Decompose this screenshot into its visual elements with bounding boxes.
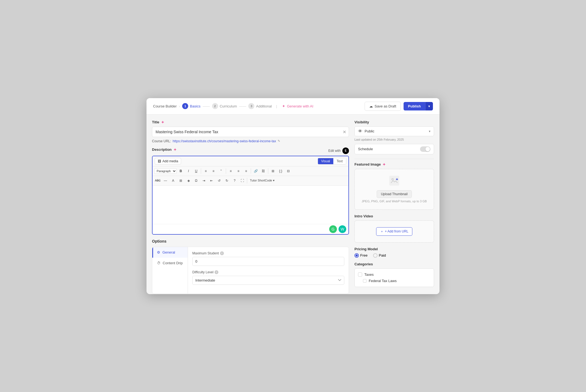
categories-label: Categories bbox=[354, 262, 434, 266]
quote-button[interactable]: " bbox=[218, 167, 225, 175]
pricing-free-option[interactable]: Free bbox=[354, 253, 368, 258]
add-media-button[interactable]: 🖼 Add media bbox=[155, 158, 181, 164]
paragraph-select[interactable]: ParagraphHeading 1Heading 2Heading 3 bbox=[154, 168, 177, 174]
hr-button[interactable]: — bbox=[162, 177, 169, 184]
align-left-button[interactable]: ≡ bbox=[227, 167, 234, 175]
publish-group: Publish ▾ bbox=[404, 102, 433, 110]
visibility-select[interactable]: 👁 Public ▾ bbox=[354, 126, 434, 136]
title-field-row: ✕ bbox=[152, 127, 349, 137]
step-2-label: Curriculum bbox=[220, 104, 237, 108]
text-color-button[interactable]: A bbox=[170, 177, 177, 184]
upload-thumbnail-button[interactable]: Upload Thumbnail bbox=[377, 190, 412, 198]
title-input[interactable] bbox=[152, 127, 349, 137]
max-student-input[interactable] bbox=[192, 257, 344, 266]
writer-icon[interactable]: W bbox=[339, 225, 346, 233]
visibility-label: Visibility bbox=[354, 120, 434, 124]
code-button[interactable]: {;} bbox=[277, 167, 284, 175]
ul-button[interactable]: ≡ bbox=[202, 167, 209, 175]
step-2[interactable]: 2 Curriculum bbox=[212, 103, 237, 109]
title-ai-icon: ✦ bbox=[161, 120, 164, 124]
generate-ai-button[interactable]: ✦ Generate with AI bbox=[279, 102, 316, 110]
undo-button[interactable]: ↺ bbox=[216, 177, 223, 184]
eye-icon: 👁 bbox=[358, 129, 362, 134]
grammarly-icon[interactable]: G bbox=[329, 225, 337, 233]
featured-ai-icon: ✦ bbox=[382, 162, 386, 167]
fullscreen-button[interactable]: ⛶ bbox=[239, 177, 246, 184]
editor-body[interactable] bbox=[153, 186, 348, 224]
strikethrough-button[interactable]: ABC bbox=[154, 177, 161, 184]
course-builder-window: Course Builder › 1 Basics —— 2 Curriculu… bbox=[146, 98, 440, 294]
step-3[interactable]: 3 Additional bbox=[248, 103, 272, 109]
pricing-label: Pricing Model bbox=[354, 247, 434, 251]
underline-button[interactable]: U bbox=[193, 167, 200, 175]
schedule-row: Schedule bbox=[354, 144, 434, 154]
pricing-paid-option[interactable]: Paid bbox=[373, 253, 386, 258]
categories-box: Taxes Federal Tax Laws bbox=[354, 268, 434, 287]
align-right-button[interactable]: ≡ bbox=[243, 167, 250, 175]
header-actions: ☁ Save as Draft Publish ▾ bbox=[365, 102, 433, 111]
options-title: Options bbox=[152, 239, 349, 243]
step-3-num: 3 bbox=[248, 103, 254, 109]
italic-button[interactable]: I bbox=[185, 167, 192, 175]
category-item-federal: Federal Tax Laws bbox=[358, 278, 430, 284]
chevron-down-icon: ▾ bbox=[429, 129, 430, 133]
help-button[interactable]: ? bbox=[231, 177, 238, 184]
featured-image-label: Featured Image ✦ bbox=[354, 162, 434, 167]
step-1[interactable]: 1 Basics bbox=[182, 103, 200, 109]
pricing-section: Pricing Model Free Paid bbox=[354, 247, 434, 258]
text-tab[interactable]: Text bbox=[333, 158, 346, 164]
align-center-button[interactable]: ≡ bbox=[235, 167, 242, 175]
unlink-button[interactable]: ⛓ bbox=[260, 167, 267, 175]
featured-image-section: Featured Image ✦ Upload Thumbnail bbox=[354, 162, 434, 210]
schedule-toggle[interactable] bbox=[420, 146, 430, 152]
link-button[interactable]: 🔗 bbox=[252, 167, 259, 175]
grid-button[interactable]: ⊟ bbox=[285, 167, 292, 175]
clock-icon: ⏱ bbox=[157, 261, 160, 265]
schedule-label: Schedule bbox=[358, 147, 373, 151]
custom1-button[interactable]: ⊞ bbox=[177, 177, 184, 184]
intro-video-box: ＋ + Add from URL bbox=[354, 220, 434, 243]
breadcrumb-root: Course Builder bbox=[153, 104, 177, 108]
description-ai-icon: ✦ bbox=[173, 147, 177, 152]
paid-radio[interactable] bbox=[373, 253, 377, 258]
edit-url-icon[interactable]: ✎ bbox=[278, 139, 280, 143]
chevron-down-icon: ▾ bbox=[428, 104, 430, 108]
custom2-button[interactable]: ◈ bbox=[185, 177, 192, 184]
title-clear-button[interactable]: ✕ bbox=[343, 129, 346, 134]
editor-top-toolbar: 🖼 Add media Visual Text bbox=[153, 156, 348, 166]
free-radio[interactable] bbox=[354, 253, 359, 258]
indent-button[interactable]: ⇥ bbox=[200, 177, 207, 184]
max-student-label: Maximum Student bbox=[192, 251, 219, 255]
course-url-link[interactable]: https://swisstaxinstitute.ch/courses/mas… bbox=[173, 139, 276, 143]
tutor-shortcode-button[interactable]: Tutor ShortCode ▾ bbox=[248, 177, 276, 184]
add-url-button[interactable]: ＋ + Add from URL bbox=[376, 227, 413, 236]
difficulty-select[interactable]: All Levels Beginner Intermediate Expert bbox=[192, 276, 344, 285]
table-button[interactable]: ⊞ bbox=[269, 167, 277, 175]
publish-caret-button[interactable]: ▾ bbox=[425, 102, 433, 110]
save-draft-button[interactable]: ☁ Save as Draft bbox=[365, 102, 401, 111]
visual-tab[interactable]: Visual bbox=[318, 158, 333, 164]
difficulty-group: Difficulty Level i All Levels Beginner I… bbox=[192, 270, 344, 285]
ol-button[interactable]: ≡ bbox=[210, 167, 217, 175]
pricing-row: Free Paid bbox=[354, 253, 434, 258]
omega-button[interactable]: Ω bbox=[193, 177, 200, 184]
options-section: Options ⚙ General ⏱ Content Drip bbox=[152, 239, 349, 294]
image-placeholder-icon bbox=[359, 176, 429, 188]
step-2-num: 2 bbox=[212, 103, 218, 109]
outdent-button[interactable]: ⇤ bbox=[208, 177, 215, 184]
categories-section: Categories Taxes Federal Tax Laws bbox=[354, 262, 434, 287]
gear-icon: ⚙ bbox=[157, 250, 160, 254]
publish-button[interactable]: Publish bbox=[404, 102, 425, 110]
options-tab-content-drip[interactable]: ⏱ Content Drip bbox=[152, 258, 188, 268]
redo-button[interactable]: ↻ bbox=[223, 177, 230, 184]
media-icon: 🖼 bbox=[158, 159, 161, 163]
bold-button[interactable]: B bbox=[177, 167, 184, 175]
upload-hint: JPEG, PNG, GIF, and WebP formats, up to … bbox=[359, 200, 429, 203]
upload-box: Upload Thumbnail JPEG, PNG, GIF, and Web… bbox=[354, 169, 434, 210]
step-1-label: Basics bbox=[190, 104, 200, 108]
category-checkbox-federal[interactable] bbox=[363, 279, 367, 283]
options-tab-general[interactable]: ⚙ General bbox=[152, 247, 188, 258]
editor-toolbar-row1: ParagraphHeading 1Heading 2Heading 3 B I… bbox=[153, 166, 348, 176]
elementor-icon[interactable]: E bbox=[342, 147, 349, 154]
category-checkbox-taxes[interactable] bbox=[358, 272, 362, 277]
